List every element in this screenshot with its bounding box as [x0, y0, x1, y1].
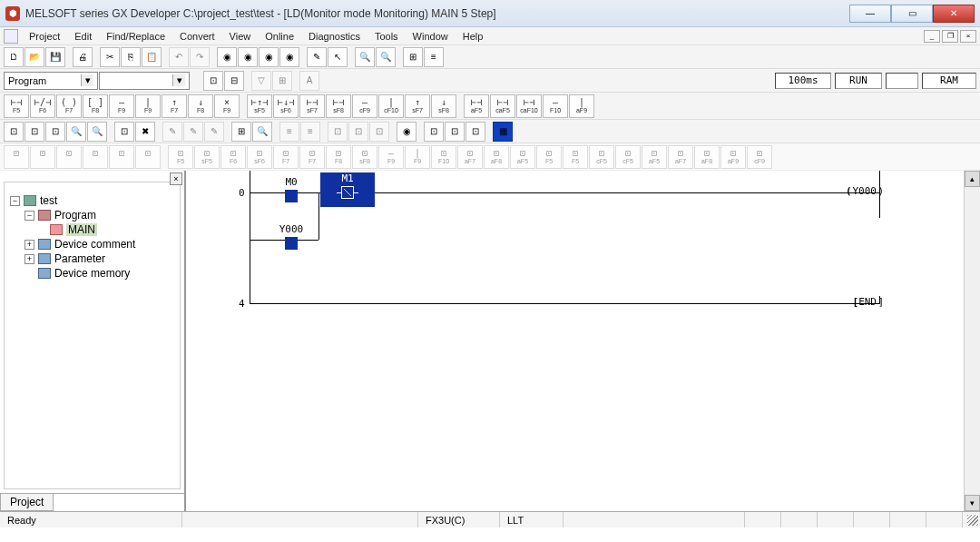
mode-btn-9[interactable]: ✎ [183, 122, 203, 142]
tree-device-comment[interactable]: + Device comment [10, 237, 174, 251]
menu-tools[interactable]: Tools [368, 29, 406, 44]
menu-online[interactable]: Online [258, 29, 301, 44]
contact-m0[interactable]: M0 [264, 176, 318, 202]
contact-nc-f6[interactable]: ⊢/⊣F6 [30, 94, 55, 118]
sf8[interactable]: ⊢⊣sF8 [326, 94, 351, 118]
mode-btn-15[interactable]: ⊡ [328, 122, 348, 142]
mode-btn-18[interactable]: ◉ [397, 122, 416, 142]
collapse-icon[interactable]: − [24, 211, 34, 221]
expand-icon[interactable]: + [24, 254, 34, 264]
menu-view[interactable]: View [222, 29, 259, 44]
contact-m1-selected[interactable]: M1 [320, 172, 375, 207]
mode-btn-2[interactable]: ⊡ [24, 122, 44, 142]
copy-icon[interactable]: ⎘ [121, 47, 141, 67]
cf10[interactable]: |cF10 [378, 94, 404, 118]
toggle-comment-icon[interactable]: ⊡ [203, 71, 223, 91]
mode-btn-14[interactable]: ≡ [300, 122, 320, 142]
resize-grip[interactable] [962, 512, 980, 527]
ladder-editor[interactable]: 0 M0 M1 Y000 ) Y000 [185, 171, 980, 511]
tree-program[interactable]: − Program [10, 208, 174, 222]
rung-0[interactable]: 0 M0 M1 Y000 ) [186, 171, 964, 218]
sf7b[interactable]: ↑sF7 [405, 94, 430, 118]
tree-device-memory[interactable]: Device memory [10, 266, 174, 281]
mdi-minimize[interactable]: _ [924, 30, 940, 43]
menu-convert[interactable]: Convert [172, 29, 222, 44]
mode-btn-17[interactable]: ⊡ [369, 122, 389, 142]
ladder-view-icon[interactable]: ⊞ [403, 47, 423, 67]
vertical-scrollbar[interactable]: ▴ ▾ [964, 171, 980, 511]
new-file-icon[interactable]: 🗋 [4, 47, 24, 67]
expand-icon[interactable]: + [24, 240, 34, 250]
menu-window[interactable]: Window [406, 29, 456, 44]
mode-btn-19[interactable]: ⊡ [424, 122, 444, 142]
panel-close-icon[interactable]: × [170, 172, 182, 185]
contact-no-f5[interactable]: ⊢⊣F5 [4, 94, 29, 118]
monitor-active-icon[interactable]: ▦ [493, 122, 513, 142]
monitor-stop-icon[interactable]: ◉ [279, 47, 299, 67]
zoom-out-icon[interactable]: 🔍 [355, 47, 375, 67]
maximize-button[interactable]: ▭ [891, 5, 933, 23]
rise-f7[interactable]: ↑F7 [162, 94, 187, 118]
program-type-combo[interactable]: Program ▾ [4, 72, 98, 90]
close-button[interactable]: ✕ [933, 5, 975, 23]
f10[interactable]: —F10 [543, 94, 568, 118]
mode-btn-20[interactable]: ⊡ [445, 122, 465, 142]
print-icon[interactable]: 🖨 [73, 47, 93, 67]
mode-btn-13[interactable]: ≡ [279, 122, 299, 142]
alias-icon[interactable]: A [299, 71, 319, 91]
coil-y000[interactable]: Y000 [846, 185, 877, 197]
sf8b[interactable]: ↓sF8 [431, 94, 456, 118]
caf10[interactable]: ⊢⊣caF10 [516, 94, 542, 118]
ladder-canvas[interactable]: 0 M0 M1 Y000 ) Y000 [185, 171, 964, 511]
toggle-statement-icon[interactable]: ⊟ [224, 71, 244, 91]
undo-icon[interactable]: ↶ [169, 47, 189, 67]
mode-btn-21[interactable]: ⊡ [466, 122, 485, 142]
contact-n-sf6[interactable]: ⊢↓⊣sF6 [273, 94, 299, 118]
mdi-restore[interactable]: ❐ [942, 30, 958, 43]
contact-p-sf5[interactable]: ⊢↑⊣sF5 [247, 94, 272, 118]
redo-icon[interactable]: ↷ [190, 47, 210, 67]
scroll-down-icon[interactable]: ▾ [965, 495, 980, 511]
open-file-icon[interactable]: 📂 [24, 47, 44, 67]
rung-0-branch[interactable]: Y000 [186, 218, 964, 265]
mode-btn-10[interactable]: ✎ [204, 122, 224, 142]
menu-diagnostics[interactable]: Diagnostics [301, 29, 368, 44]
hline-f9[interactable]: —F9 [109, 94, 134, 118]
mode-btn-1[interactable]: ⊡ [4, 122, 24, 142]
cf9[interactable]: —cF9 [352, 94, 377, 118]
mode-btn-8[interactable]: ✎ [162, 122, 182, 142]
tab-project[interactable]: Project [0, 494, 54, 511]
mdi-close[interactable]: × [960, 30, 976, 43]
mode-btn-11[interactable]: ⊞ [231, 122, 251, 142]
af5[interactable]: ⊢⊣aF5 [464, 94, 489, 118]
mode-btn-4[interactable]: 🔍 [66, 122, 86, 142]
cut-icon[interactable]: ✂ [100, 47, 120, 67]
edit-pen-icon[interactable]: ✎ [307, 47, 327, 67]
mode-btn-12[interactable]: 🔍 [252, 122, 272, 142]
monitor-all-icon[interactable]: ◉ [238, 47, 258, 67]
tree-parameter[interactable]: + Parameter [10, 251, 174, 266]
mode-btn-3[interactable]: ⊡ [45, 122, 65, 142]
minimize-button[interactable]: — [849, 5, 891, 23]
af9[interactable]: |aF9 [569, 94, 594, 118]
mode-btn-5[interactable]: 🔍 [87, 122, 107, 142]
menu-find-replace[interactable]: Find/Replace [99, 29, 172, 44]
mode-btn-16[interactable]: ⊡ [348, 122, 368, 142]
list-view-icon[interactable]: ≡ [424, 47, 444, 67]
save-file-icon[interactable]: 💾 [45, 47, 65, 67]
tree-main[interactable]: MAIN [10, 222, 174, 237]
monitor-split-icon[interactable]: ◉ [259, 47, 279, 67]
tree-root[interactable]: − test [10, 193, 174, 208]
monitor-icon[interactable]: ◉ [217, 47, 237, 67]
contact-y000[interactable]: Y000 [264, 223, 318, 250]
filter-icon[interactable]: ▽ [251, 71, 271, 91]
mode-btn-7[interactable]: ✖ [135, 122, 155, 142]
vline-f9b[interactable]: |F9 [135, 94, 161, 118]
func-f8[interactable]: [ ]F8 [83, 94, 108, 118]
project-tree[interactable]: − test − Program MAIN + Device comment + [4, 182, 181, 489]
program-name-combo[interactable]: ▾ [99, 72, 190, 90]
collapse-icon[interactable]: − [10, 196, 20, 206]
scroll-up-icon[interactable]: ▴ [965, 171, 980, 187]
scroll-track[interactable] [965, 187, 980, 495]
menu-help[interactable]: Help [456, 29, 491, 44]
